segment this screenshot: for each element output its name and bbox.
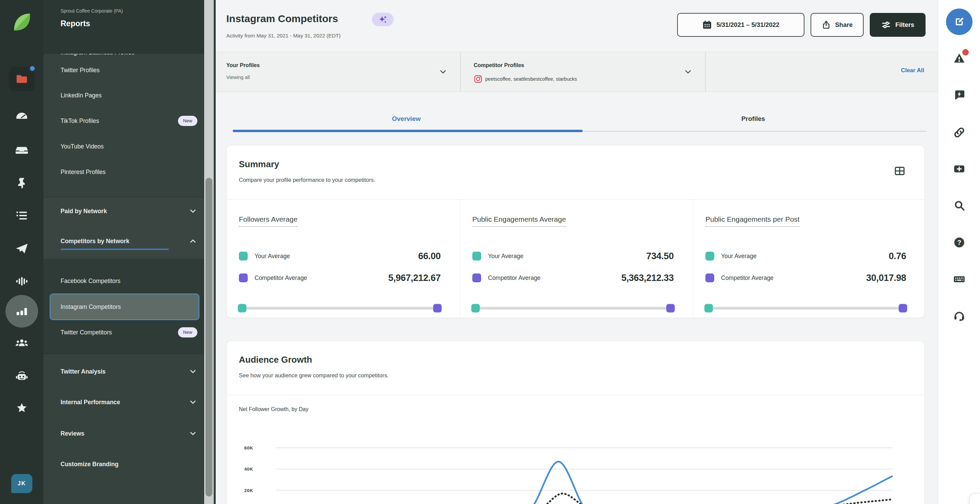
keyboard-icon: [953, 273, 966, 286]
comparison-slider[interactable]: [239, 307, 441, 309]
sidebar-scrollbar-thumb[interactable]: [205, 178, 212, 496]
inbox-tray-icon: [15, 143, 29, 157]
comparison-slider[interactable]: [472, 307, 674, 309]
share-button[interactable]: Share: [811, 13, 864, 37]
chevron-down-icon: [189, 207, 197, 215]
table-view-toggle[interactable]: [894, 165, 905, 178]
compose-pencil-icon: [953, 15, 966, 28]
sidebar-title: Reports: [60, 19, 204, 28]
slider-handle-your[interactable]: [238, 304, 247, 313]
sprout-leaf-icon: [10, 10, 33, 33]
sidebar-item-youtube-videos[interactable]: YouTube Videos: [60, 138, 197, 155]
svg-text:20K: 20K: [244, 488, 253, 493]
rail-item-inbox[interactable]: [0, 143, 43, 157]
floating-widget-corner[interactable]: [969, 493, 980, 504]
chart-label: Net Follower Growth, by Day: [239, 406, 309, 412]
user-avatar[interactable]: JK: [11, 474, 32, 493]
sidebar-item-instagram-competitors[interactable]: Instagram Competitors: [60, 298, 197, 315]
metric-competitor-row: Competitor Average 5,967,212.67: [239, 270, 441, 285]
share-icon: [821, 20, 831, 30]
keyboard-shortcuts-button[interactable]: [938, 273, 980, 286]
rail-item-community[interactable]: [0, 337, 43, 350]
account-name[interactable]: Sprout Coffee Corporate (PA): [60, 8, 204, 14]
new-badge: New: [178, 327, 197, 338]
active-section-underline: [60, 249, 169, 250]
help-button[interactable]: ?: [938, 236, 980, 249]
sidebar-item-linkedin-pages[interactable]: LinkedIn Pages: [60, 87, 197, 104]
sidebar-section-internal-performance[interactable]: Internal Performance: [60, 394, 197, 411]
svg-text:?: ?: [957, 239, 961, 246]
filters-button[interactable]: Filters: [870, 13, 926, 37]
page-title: Instagram Competitors: [226, 13, 338, 24]
copy-link-button[interactable]: [938, 126, 980, 139]
chevron-down-icon: [189, 367, 197, 376]
clear-all-link[interactable]: Clear All: [901, 67, 924, 74]
share-label: Share: [835, 21, 853, 29]
workspace-folder-button[interactable]: [9, 67, 35, 91]
sidebar-item-pinterest-profiles[interactable]: Pinterest Profiles: [60, 163, 197, 180]
sidebar-section-competitors-by-network[interactable]: Competitors by Network: [60, 233, 197, 250]
question-circle-icon: ?: [953, 236, 966, 249]
metric-followers-average: Followers Average Your Average 66.00 Com…: [227, 199, 460, 318]
audience-growth-title: Audience Growth: [239, 354, 312, 365]
slider-handle-your[interactable]: [471, 304, 480, 313]
tab-overview[interactable]: Overview: [233, 111, 580, 127]
rail-item-listening[interactable]: [0, 274, 43, 288]
sidebar-item-customize-branding[interactable]: Customize Branding: [60, 456, 197, 473]
sidebar-item-twitter-competitors[interactable]: Twitter Competitors New: [60, 324, 197, 341]
rail-item-publishing[interactable]: [0, 241, 43, 255]
paper-plane-icon: [15, 241, 29, 255]
metric-title[interactable]: Public Engagements per Post: [705, 215, 800, 227]
svg-text:60K: 60K: [244, 445, 253, 451]
comparison-slider[interactable]: [705, 307, 906, 309]
rail-item-feeds[interactable]: [0, 209, 43, 222]
compose-button[interactable]: [946, 8, 972, 35]
metric-your-value: 734.50: [646, 251, 674, 262]
rail-item-dashboard[interactable]: [0, 110, 43, 124]
add-widget-button[interactable]: [938, 163, 980, 175]
main-content: Instagram Competitors Activity from May …: [216, 0, 938, 504]
metric-your-row: Your Average 66.00: [239, 249, 441, 263]
chevron-down-icon: [189, 429, 197, 438]
sidebar-section-twitter-analysis[interactable]: Twitter Analysis: [60, 363, 197, 380]
sidebar-section-paid-by-network[interactable]: Paid by Network: [60, 203, 197, 220]
chevron-down-icon: [189, 398, 197, 407]
slider-handle-competitor[interactable]: [899, 304, 907, 313]
purple-legend-swatch: [239, 273, 248, 282]
sidebar-item-tiktok-profiles[interactable]: TikTok Profiles New: [60, 112, 197, 129]
sidebar-item-twitter-profiles[interactable]: Twitter Profiles: [60, 62, 197, 79]
tab-profiles[interactable]: Profiles: [580, 111, 927, 127]
rail-item-reports[interactable]: [0, 305, 43, 318]
search-button[interactable]: [938, 199, 980, 212]
purple-legend-swatch: [472, 273, 481, 282]
date-range-button[interactable]: 5/31/2021 – 5/31/2022: [677, 13, 804, 37]
chat-lightning-icon: [953, 89, 966, 102]
plus-square-icon: [953, 163, 966, 175]
tab-active-underline: [233, 130, 582, 132]
chevron-down-icon: [438, 67, 448, 77]
teal-legend-swatch: [472, 252, 481, 260]
competitor-profiles-dropdown[interactable]: Competitor Profiles peetscoffee, seattle…: [460, 52, 705, 92]
rail-item-pinned[interactable]: [0, 176, 43, 190]
sidebar-section-reviews[interactable]: Reviews: [60, 425, 197, 442]
quick-actions-button[interactable]: [938, 89, 980, 102]
alerts-button[interactable]: [938, 52, 980, 67]
rail-item-automation[interactable]: [0, 369, 43, 383]
slider-handle-your[interactable]: [705, 304, 713, 313]
rail-item-favorites[interactable]: [0, 401, 43, 415]
headset-icon: [953, 309, 966, 322]
metric-title[interactable]: Followers Average: [239, 215, 298, 227]
metric-competitor-value: 5,363,212.33: [621, 273, 674, 283]
sidebar-item-facebook-competitors[interactable]: Facebook Competitors: [60, 273, 197, 289]
audience-growth-card: Audience Growth See how your audience gr…: [226, 341, 925, 504]
slider-handle-competitor[interactable]: [666, 304, 675, 313]
your-profiles-dropdown[interactable]: Your Profiles Viewing all: [216, 52, 460, 92]
slider-handle-competitor[interactable]: [433, 304, 442, 313]
ai-assist-button[interactable]: [372, 13, 394, 26]
net-follower-growth-chart: 60K40K20K: [227, 423, 925, 504]
support-button[interactable]: [938, 309, 980, 322]
list-icon: [15, 209, 29, 222]
sprout-logo[interactable]: [0, 8, 43, 35]
metric-title[interactable]: Public Engagements Average: [472, 215, 566, 227]
search-icon: [953, 199, 966, 212]
